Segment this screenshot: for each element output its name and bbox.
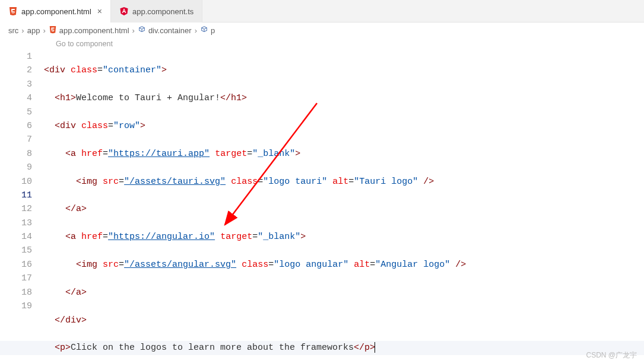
chevron-right-icon: › — [21, 26, 24, 35]
chevron-right-icon: › — [43, 26, 45, 35]
angular-icon — [119, 7, 129, 16]
code-line: <h1>Welcome to Tauri + Angular!</h1> — [44, 91, 644, 105]
code-content[interactable]: <div class="container"> <h1>Welcome to T… — [44, 50, 644, 364]
crumb-p[interactable]: p — [200, 25, 215, 36]
tab-label: app.component.html — [21, 7, 91, 16]
tab-bar: app.component.html × app.component.ts — [0, 0, 644, 23]
tab-app-component-html[interactable]: app.component.html × — [0, 0, 111, 23]
crumb-src[interactable]: src — [8, 26, 18, 35]
crumb-app[interactable]: app — [27, 26, 40, 35]
watermark: CSDN @广龙宇 — [586, 350, 637, 360]
crumb-div[interactable]: div.container — [138, 25, 192, 36]
code-line: </a> — [44, 286, 644, 299]
codelens-link[interactable]: Go to component — [0, 38, 644, 50]
symbol-icon — [138, 25, 146, 36]
tab-label: app.component.ts — [132, 7, 193, 16]
code-line: <img src="/assets/tauri.svg" class="logo… — [44, 175, 644, 189]
tab-app-component-ts[interactable]: app.component.ts — [111, 0, 202, 23]
text-cursor — [375, 342, 375, 353]
code-line: </div> — [44, 314, 644, 327]
code-line: <a href="https://angular.io" target="_bl… — [44, 230, 644, 244]
crumb-file[interactable]: app.component.html — [49, 25, 129, 36]
close-icon[interactable]: × — [97, 7, 102, 16]
code-line: <div class="row"> — [44, 119, 644, 133]
html5-icon — [49, 25, 57, 36]
chevron-right-icon: › — [132, 26, 135, 35]
symbol-icon — [200, 25, 208, 36]
code-line: <img src="/assets/angular.svg" class="lo… — [44, 258, 644, 272]
code-line: </a> — [44, 202, 644, 216]
code-line: <div class="container"> — [44, 63, 644, 77]
html5-icon — [8, 7, 18, 16]
line-numbers: 1 2 3 4 5 6 7 8 9 10 11 12 13 14 15 16 1… — [0, 50, 44, 364]
code-line: <a href="https://tauri.app" target="_bla… — [44, 147, 644, 161]
chevron-right-icon: › — [195, 26, 197, 35]
code-editor[interactable]: 1 2 3 4 5 6 7 8 9 10 11 12 13 14 15 16 1… — [0, 50, 644, 364]
code-line-current: <p>Click on the logos to learn more abou… — [44, 341, 644, 355]
breadcrumb[interactable]: src › app › app.component.html › div.con… — [0, 23, 644, 38]
